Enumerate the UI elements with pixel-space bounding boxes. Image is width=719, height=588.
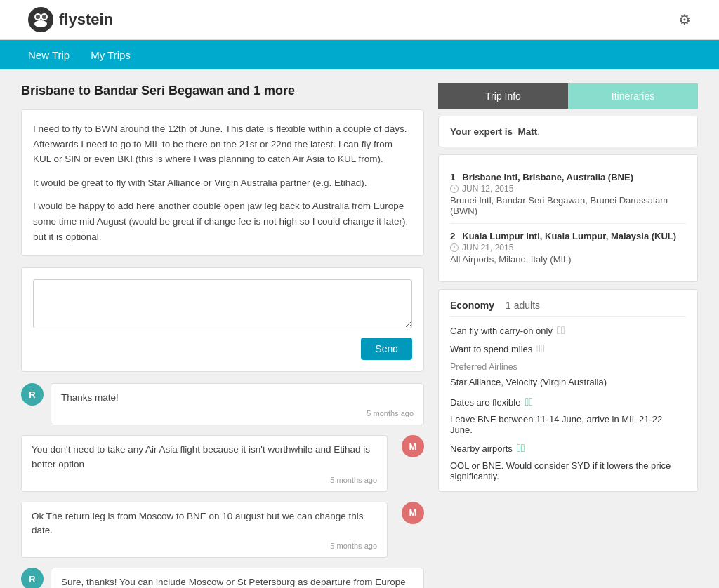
segment-row-1: 2 Kuala Lumpur Intl, Kuala Lumpur, Malay… bbox=[450, 224, 686, 272]
details-card: Economy 1 adults Can fly with carry-on o… bbox=[438, 289, 698, 492]
initial-message-p2: It would be great to fly with Star Allia… bbox=[33, 175, 412, 191]
carry-on-row: Can fly with carry-on only ✓⃝ bbox=[450, 324, 686, 337]
segment-num: 2 bbox=[450, 231, 456, 241]
clock-icon bbox=[450, 185, 459, 193]
main-container: Brisbane to Bandar Seri Begawan and 1 mo… bbox=[0, 69, 719, 588]
nav-new-trip[interactable]: New Trip bbox=[28, 42, 70, 68]
tab-bar: Trip Info Itineraries bbox=[438, 83, 698, 109]
send-button[interactable]: Send bbox=[361, 338, 412, 360]
left-panel: Brisbane to Bandar Seri Begawan and 1 mo… bbox=[21, 83, 424, 588]
chat-bubble-3: Sure, thanks! You can include Moscow or … bbox=[51, 568, 424, 588]
dates-flexible-note: Leave BNE between 11-14 June, arrive in … bbox=[450, 414, 686, 435]
segment-date: JUN 12, 2015 bbox=[450, 184, 686, 194]
nav-my-trips[interactable]: My Trips bbox=[91, 42, 131, 68]
segment-destination: Brunei Intl, Bandar Seri Begawan, Brunei… bbox=[450, 195, 686, 216]
chat-bubble-1: You don't need to take any Air Asia flig… bbox=[21, 435, 388, 492]
nearby-airports-row: Nearby airports ✓⃝ bbox=[450, 442, 686, 455]
compose-textarea[interactable] bbox=[33, 279, 412, 328]
segment-row-0: 1 Brisbane Intl, Brisbane, Australia (BN… bbox=[450, 165, 686, 224]
chat-entry-0: R Thanks mate! 5 months ago bbox=[21, 383, 424, 425]
initial-message-box: I need to fly to BWN around the 12th of … bbox=[21, 109, 424, 256]
chat-entry-3: R Sure, thanks! You can include Moscow o… bbox=[21, 568, 424, 588]
bubble-text-3: Sure, thanks! You can include Moscow or … bbox=[61, 575, 414, 588]
nav-bar: New Trip My Trips bbox=[0, 40, 719, 69]
compose-actions: Send bbox=[33, 338, 412, 360]
chat-messages: R Thanks mate! 5 months ago M You don't … bbox=[21, 383, 424, 588]
dates-flexible-check-icon: ✓⃝ bbox=[525, 396, 533, 408]
dates-flexible-row: Dates are flexible ✓⃝ bbox=[450, 396, 686, 408]
svg-point-5 bbox=[42, 15, 46, 19]
expert-card: Your expert is Matt. bbox=[438, 116, 698, 147]
page-title: Brisbane to Bandar Seri Begawan and 1 mo… bbox=[21, 83, 424, 98]
compose-box: Send bbox=[21, 267, 424, 372]
avatar-3: R bbox=[21, 568, 44, 588]
chat-entry-2: M Ok The return leg is from Moscow to BN… bbox=[21, 502, 424, 559]
segment-num: 1 bbox=[450, 172, 456, 182]
avatar-1: M bbox=[402, 435, 424, 457]
header: flystein ⚙ bbox=[0, 0, 719, 40]
nearby-airports-check-icon: ✓⃝ bbox=[517, 442, 525, 455]
adults-label: 1 adults bbox=[506, 300, 540, 311]
bubble-text-2: Ok The return leg is from Moscow to BNE … bbox=[32, 509, 377, 538]
chat-entry-1: M You don't need to take any Air Asia fl… bbox=[21, 435, 424, 492]
initial-message-p1: I need to fly to BWN around the 12th of … bbox=[33, 121, 412, 167]
preferred-airlines-label: Preferred Airlines bbox=[450, 361, 686, 374]
chat-bubble-0: Thanks mate! 5 months ago bbox=[51, 383, 424, 425]
carry-on-label: Can fly with carry-on only bbox=[450, 326, 553, 336]
tab-itineraries[interactable]: Itineraries bbox=[568, 83, 698, 109]
bubble-time-0: 5 months ago bbox=[61, 409, 414, 417]
logo-icon bbox=[28, 7, 53, 32]
bubble-time-1: 5 months ago bbox=[32, 476, 377, 484]
expert-label: Your expert is Matt. bbox=[450, 126, 540, 137]
segments-card: 1 Brisbane Intl, Brisbane, Australia (BN… bbox=[438, 154, 698, 282]
svg-point-3 bbox=[34, 20, 47, 27]
gear-icon[interactable]: ⚙ bbox=[678, 11, 691, 28]
logo-text: flystein bbox=[59, 11, 113, 29]
bubble-text-0: Thanks mate! bbox=[61, 391, 414, 405]
tab-trip-info[interactable]: Trip Info bbox=[438, 83, 568, 109]
bubble-time-2: 5 months ago bbox=[32, 542, 377, 550]
bubble-text-1: You don't need to take any Air Asia flig… bbox=[32, 443, 377, 472]
segment-date: JUN 21, 2015 bbox=[450, 243, 686, 253]
miles-row: Want to spend miles ✓⃝ bbox=[450, 342, 686, 355]
svg-point-0 bbox=[28, 7, 53, 32]
svg-point-4 bbox=[36, 15, 40, 19]
expert-name: Matt bbox=[518, 126, 538, 137]
carry-on-check-icon: ✓⃝ bbox=[557, 324, 565, 337]
segment-origin: Brisbane Intl, Brisbane, Australia (BNE) bbox=[462, 172, 633, 182]
dates-flexible-label: Dates are flexible bbox=[450, 397, 520, 408]
right-panel: Trip Info Itineraries Your expert is Mat… bbox=[438, 83, 698, 588]
initial-message-p3: I would be happy to add here another dou… bbox=[33, 199, 412, 244]
avatar-0: R bbox=[21, 383, 44, 406]
clock-icon bbox=[450, 243, 459, 252]
logo-area: flystein bbox=[28, 7, 113, 32]
avatar-2: M bbox=[402, 502, 424, 524]
miles-label: Want to spend miles bbox=[450, 344, 532, 354]
class-label: Economy bbox=[450, 300, 494, 311]
segment-destination: All Airports, Milano, Italy (MIL) bbox=[450, 254, 686, 265]
preferred-airlines-row: Preferred Airlines Star Alliance, Veloci… bbox=[450, 361, 686, 389]
preferred-airlines-value: Star Alliance, Velocity (Virgin Australi… bbox=[450, 375, 686, 389]
nearby-airports-label: Nearby airports bbox=[450, 443, 513, 454]
segment-origin: Kuala Lumpur Intl, Kuala Lumpur, Malaysi… bbox=[462, 231, 676, 241]
chat-bubble-2: Ok The return leg is from Moscow to BNE … bbox=[21, 502, 388, 559]
miles-check-icon: ✓⃝ bbox=[536, 342, 545, 355]
nearby-airports-note: OOL or BNE. Would consider SYD if it low… bbox=[450, 460, 686, 481]
class-adults: Economy 1 adults bbox=[450, 300, 686, 317]
